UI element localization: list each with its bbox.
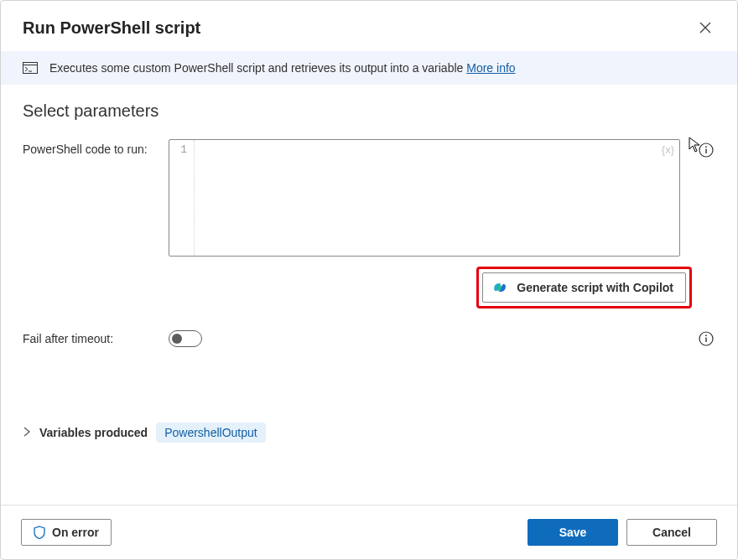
svg-rect-5 <box>705 149 706 154</box>
close-button[interactable] <box>694 16 717 39</box>
generate-script-copilot-button[interactable]: Generate script with Copilot <box>482 272 686 303</box>
dialog-content: Select parameters PowerShell code to run… <box>1 85 737 505</box>
on-error-label: On error <box>52 526 99 539</box>
code-input[interactable] <box>195 140 679 256</box>
more-info-link[interactable]: More info <box>466 61 515 75</box>
copilot-button-row: Generate script with Copilot <box>169 267 692 309</box>
svg-rect-8 <box>705 338 706 343</box>
info-bar-text-wrap: Executes some custom PowerShell script a… <box>49 61 516 75</box>
info-bar: Executes some custom PowerShell script a… <box>1 51 737 85</box>
copilot-highlight-box: Generate script with Copilot <box>476 267 692 309</box>
code-field-label: PowerShell code to run: <box>23 139 157 156</box>
timeout-info-icon[interactable] <box>697 331 715 346</box>
variable-chip-powershelloutput[interactable]: PowershellOutput <box>156 423 266 443</box>
timeout-toggle[interactable] <box>169 330 202 347</box>
svg-point-4 <box>705 146 707 148</box>
cancel-button[interactable]: Cancel <box>626 519 717 546</box>
code-gutter: 1 <box>169 140 195 256</box>
svg-rect-0 <box>23 63 38 74</box>
svg-point-7 <box>705 334 707 336</box>
code-field-info-icon[interactable] <box>697 139 715 158</box>
run-powershell-dialog: Run PowerShell script Executes some cust… <box>0 0 738 560</box>
insert-variable-icon[interactable]: {x} <box>662 143 674 156</box>
variables-produced-row: Variables produced PowershellOutput <box>23 423 715 443</box>
dialog-title: Run PowerShell script <box>23 18 200 38</box>
timeout-field-row: Fail after timeout: <box>23 330 715 347</box>
dialog-footer: On error Save Cancel <box>1 505 737 559</box>
save-button[interactable]: Save <box>528 519 618 546</box>
code-field-row: PowerShell code to run: 1 {x} <box>23 139 715 257</box>
chevron-right-icon[interactable] <box>23 426 31 439</box>
copilot-icon <box>491 279 508 296</box>
variables-produced-label: Variables produced <box>39 426 148 439</box>
code-editor-wrap: 1 {x} <box>169 139 680 257</box>
powershell-action-icon <box>23 62 38 74</box>
shield-icon <box>34 526 45 539</box>
copilot-button-label: Generate script with Copilot <box>517 281 673 294</box>
dialog-header: Run PowerShell script <box>1 1 737 51</box>
info-bar-text: Executes some custom PowerShell script a… <box>49 61 466 75</box>
on-error-button[interactable]: On error <box>21 519 112 546</box>
toggle-knob <box>172 334 182 344</box>
timeout-field-label: Fail after timeout: <box>23 332 169 345</box>
code-editor[interactable]: 1 {x} <box>169 139 680 257</box>
close-icon <box>699 22 711 34</box>
section-heading: Select parameters <box>23 101 715 121</box>
